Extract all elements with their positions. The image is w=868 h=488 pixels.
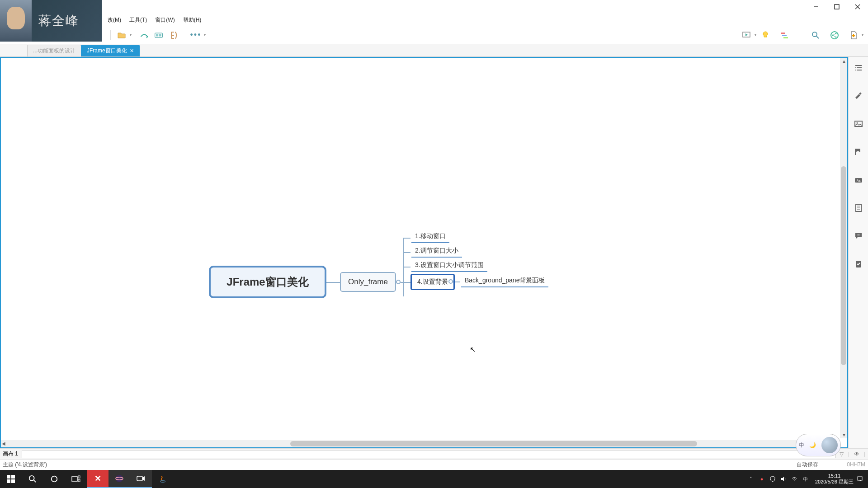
image-panel-button[interactable] [852,117,865,130]
window-maximize-button[interactable] [826,0,847,14]
menu-edit[interactable]: 改(M) [104,14,125,26]
svg-point-13 [831,32,838,39]
toolbar-share-button[interactable] [828,29,841,42]
search-button[interactable] [22,470,43,488]
horizontal-scrollbar[interactable]: ◀ ▶ [1,440,840,447]
svg-rect-9 [782,35,787,36]
mindmap-leaf-2[interactable]: 2.调节窗口大小 [411,245,462,258]
vertical-scrollbar[interactable]: ▲ ▼ [840,58,847,438]
visibility-icon[interactable]: 👁 [854,451,859,457]
status-bar: 主题 ('4.设置背景') 自动保存 0HH7M [0,459,868,470]
tray-ime-icon[interactable]: 中 [801,476,810,483]
tray-volume-icon[interactable] [779,476,788,482]
svg-rect-25 [855,121,862,127]
mouse-cursor-icon: ↖ [470,345,476,354]
sheet-bar: 画布 1 ▽ | 👁 | [0,448,868,459]
mindmap-leaf-1[interactable]: 1.移动窗口 [411,230,449,243]
tab-background[interactable]: ...功能面板的设计 [27,45,81,56]
taskbar-app-eclipse[interactable] [108,470,130,488]
tray-app-icon[interactable]: ● [757,476,766,482]
filter-icon[interactable]: ▽ [840,451,844,457]
mindmap-leaf-3[interactable]: 3.设置窗口大小调节范围 [411,259,487,272]
toolbar-presentation-button[interactable] [740,29,753,42]
format-panel-button[interactable] [852,89,865,102]
svg-rect-5 [156,34,158,36]
menu-tools[interactable]: 工具(T) [126,14,151,26]
menu-window[interactable]: 窗口(W) [151,14,178,26]
presenter-name: 蒋全峰 [38,12,79,29]
svg-rect-50 [137,476,142,481]
connector [326,282,340,283]
mindmap-leaf-4-selected[interactable]: 4.设置背景 [410,274,455,290]
status-autosave: 自动保存 [797,461,818,468]
toolbar: ••• [0,26,868,44]
ime-float-widget[interactable]: 中 🌙 [796,434,841,456]
scrollbar-thumb[interactable] [290,441,697,446]
window-titlebar [0,0,868,14]
cortana-button[interactable] [43,470,65,488]
toolbar-open-button[interactable] [115,29,128,42]
ime-indicator: 中 [799,441,804,449]
mindmap-leaf-child[interactable]: Back_ground_pane背景面板 [461,275,548,287]
connector [403,282,410,283]
tray-wifi-icon[interactable] [790,476,799,482]
tray-expand-icon[interactable]: ˄ [746,476,755,482]
svg-rect-52 [858,477,862,480]
svg-rect-24 [859,92,862,95]
scrollbar-thumb[interactable] [841,166,846,365]
taskbar-clock[interactable]: 15:11 2020/5/26 星期三 [815,473,854,485]
clock-date: 2020/5/26 星期三 [815,479,854,485]
comments-panel-button[interactable] [852,230,865,242]
marker-panel-button[interactable] [852,145,865,158]
svg-line-18 [833,35,836,37]
notes-panel-button[interactable] [852,202,865,214]
svg-point-51 [160,481,165,483]
toolbar-separator [800,30,800,40]
taskbar-app-java[interactable] [152,470,174,488]
toolbar-search-button[interactable] [809,29,822,42]
tray-security-icon[interactable] [768,476,777,482]
tray-notifications-icon[interactable] [855,476,864,482]
toolbar-more-button[interactable]: ••• [189,29,202,42]
icon-panel-button[interactable]: Aa [852,174,865,186]
mindmap-child-node[interactable]: Only_frame [340,272,396,292]
menubar: 改(M) 工具(T) 窗口(W) 帮助(H) [0,14,868,26]
right-sidepanel: Aa [848,57,868,448]
connector [403,252,410,253]
svg-point-44 [52,476,57,482]
outline-panel-button[interactable] [852,61,865,74]
svg-point-23 [855,70,856,70]
svg-point-35 [858,235,859,235]
toolbar-relationship-button[interactable] [138,29,151,42]
menu-help[interactable]: 帮助(H) [179,14,205,26]
mindmap-root-node[interactable]: JFrame窗口美化 [209,266,326,298]
toolbar-export-button[interactable] [847,29,860,42]
window-minimize-button[interactable] [806,0,826,14]
webcam-face [0,0,32,42]
sheet-name-input[interactable] [22,450,836,458]
toolbar-idea-button[interactable] [759,29,772,42]
mindmap-canvas[interactable]: JFrame窗口美化 Only_frame 1.移动窗口 2.调节窗口大小 3.… [0,57,848,448]
toolbar-boundary-button[interactable] [152,29,165,42]
taskbar-app-recorder[interactable] [130,470,152,488]
window-close-button[interactable] [847,0,868,14]
svg-rect-45 [72,477,77,481]
connector [403,238,410,239]
sheet-label[interactable]: 画布 1 [3,450,18,458]
expand-toggle-icon[interactable] [396,280,401,284]
svg-rect-39 [11,475,15,479]
svg-rect-46 [78,476,80,478]
tab-close-icon[interactable]: ✕ [130,48,134,54]
windows-taskbar: ✕ ˄ ● 中 15:11 2020/5/26 星期三 [0,470,868,488]
toolbar-summary-button[interactable] [167,29,179,42]
svg-point-11 [812,32,817,37]
tab-active[interactable]: JFrame窗口美化 ✕ [81,45,140,56]
toolbar-separator [110,30,111,40]
start-button[interactable] [0,470,22,488]
toolbar-gantt-button[interactable] [778,29,791,42]
webcam-overlay: ...xmind 蒋全峰 [0,0,102,42]
taskbar-app-xmind[interactable]: ✕ [87,470,108,488]
taskview-button[interactable] [65,470,87,488]
connector [403,267,410,267]
task-panel-button[interactable] [852,258,865,270]
